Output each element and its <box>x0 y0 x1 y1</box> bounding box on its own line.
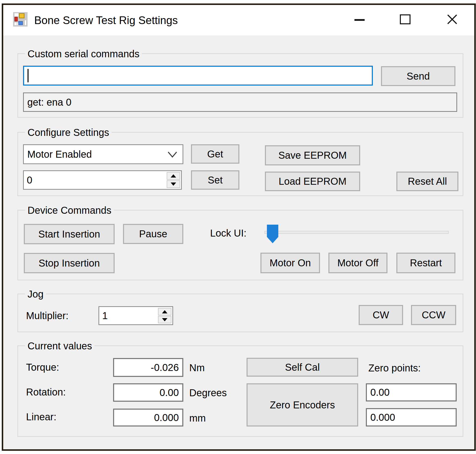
get-button[interactable]: Get <box>191 144 239 164</box>
lock-ui-label: Lock UI: <box>210 228 247 239</box>
window-title: Bone Screw Test Rig Settings <box>34 5 178 35</box>
set-button[interactable]: Set <box>191 170 239 190</box>
torque-label: Torque: <box>26 362 59 373</box>
multiplier-stepper[interactable]: 1 <box>98 306 173 325</box>
stepper-up-button[interactable] <box>167 172 180 180</box>
linear-unit-label: mm <box>189 413 206 424</box>
linear-label: Linear: <box>26 411 56 423</box>
window: Bone Screw Test Rig Settings Custom seri… <box>2 3 476 451</box>
group-label-device-commands: Device Commands <box>25 204 114 216</box>
client-area: Custom serial commands Send get: ena 0 C… <box>3 35 474 449</box>
send-button[interactable]: Send <box>381 66 455 86</box>
pause-button[interactable]: Pause <box>123 224 183 244</box>
multiplier-value: 1 <box>102 307 108 324</box>
multiplier-up-button[interactable] <box>158 308 171 315</box>
stop-insertion-button[interactable]: Stop Insertion <box>24 253 115 273</box>
rotation-unit-label: Degrees <box>189 387 227 398</box>
zero-encoders-button[interactable]: Zero Encoders <box>247 383 358 426</box>
stepper-down-button[interactable] <box>167 180 180 188</box>
setting-value-stepper[interactable]: 0 <box>23 170 182 190</box>
group-label-configure-settings: Configure Settings <box>25 126 112 139</box>
multiplier-label: Multiplier: <box>26 310 68 321</box>
serial-output-box: get: ena 0 <box>23 92 457 112</box>
down-arrow-icon <box>162 318 167 321</box>
setting-select[interactable]: Motor Enabled <box>23 144 183 164</box>
ccw-button[interactable]: CCW <box>411 305 456 325</box>
group-label-jog: Jog <box>25 288 46 300</box>
group-label-custom-serial-commands: Custom serial commands <box>25 48 142 60</box>
down-arrow-icon <box>171 182 176 186</box>
cw-button[interactable]: CW <box>359 305 403 325</box>
close-button[interactable] <box>447 14 458 25</box>
rotation-label: Rotation: <box>26 387 66 398</box>
save-eeprom-button[interactable]: Save EEPROM <box>265 145 360 165</box>
zero-linear-box[interactable]: 0.000 <box>366 408 457 426</box>
zero-points-label: Zero points: <box>368 363 421 374</box>
reset-all-button[interactable]: Reset All <box>396 172 458 191</box>
setting-select-value: Motor Enabled <box>27 149 92 160</box>
motor-on-button[interactable]: Motor On <box>260 253 320 273</box>
torque-value-box: -0.026 <box>113 358 183 377</box>
minimize-button[interactable] <box>354 19 365 21</box>
zero-rotation-box[interactable]: 0.00 <box>366 383 457 401</box>
app-icon <box>13 12 28 27</box>
up-arrow-icon <box>162 310 167 313</box>
text-caret <box>28 69 29 82</box>
linear-value-box: 0.000 <box>113 409 183 426</box>
multiplier-down-button[interactable] <box>158 316 171 323</box>
motor-off-button[interactable]: Motor Off <box>328 253 387 273</box>
restart-button[interactable]: Restart <box>396 253 455 273</box>
title-bar: Bone Screw Test Rig Settings <box>3 5 474 35</box>
start-insertion-button[interactable]: Start Insertion <box>24 224 115 244</box>
serial-command-input[interactable] <box>23 66 373 86</box>
group-label-current-values: Current values <box>25 340 95 352</box>
maximize-button[interactable] <box>400 14 411 24</box>
self-cal-button[interactable]: Self Cal <box>247 358 358 377</box>
chevron-down-icon <box>168 151 177 158</box>
load-eeprom-button[interactable]: Load EEPROM <box>265 172 360 191</box>
rotation-value-box: 0.00 <box>113 383 183 402</box>
up-arrow-icon <box>171 174 176 178</box>
torque-unit-label: Nm <box>189 362 205 373</box>
setting-value: 0 <box>27 171 32 189</box>
lock-ui-slider-track[interactable] <box>264 231 449 234</box>
